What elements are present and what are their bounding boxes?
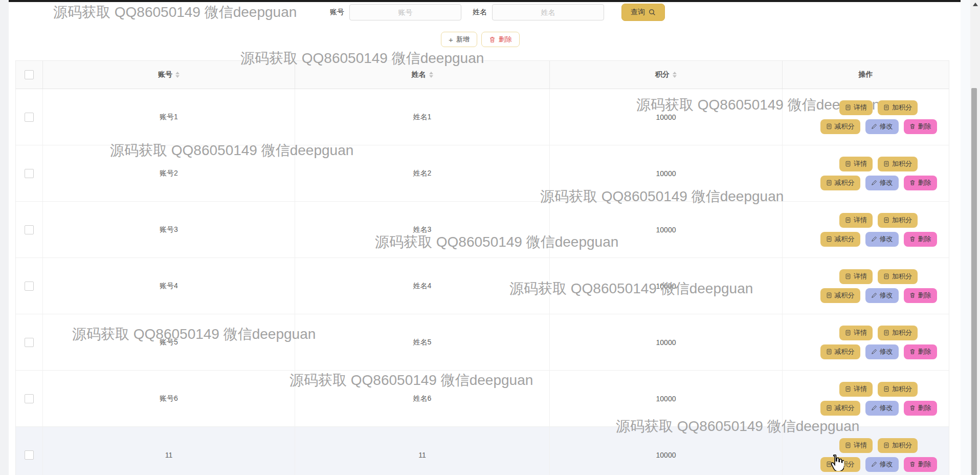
column-header-account[interactable]: 账号: [43, 61, 295, 89]
query-button[interactable]: 查询: [621, 4, 665, 21]
file-icon: [845, 330, 851, 336]
delete-button[interactable]: 删除: [904, 344, 937, 359]
row-checkbox[interactable]: [25, 394, 34, 403]
row-select-cell[interactable]: [16, 145, 43, 201]
select-all-cell[interactable]: [16, 61, 43, 89]
edit-pen-icon: [871, 236, 877, 242]
cell-points: 10000: [550, 202, 783, 257]
cell-points: 10000: [550, 314, 783, 370]
trash-icon: [909, 236, 916, 242]
row-checkbox[interactable]: [25, 282, 34, 291]
trash-icon: [909, 461, 916, 467]
row-select-cell[interactable]: [16, 314, 43, 370]
batch-delete-label: 删除: [499, 35, 512, 44]
edit-pen-icon: [871, 349, 877, 355]
window-top-edge: [9, 0, 970, 2]
reduce-points-button[interactable]: 减积分: [820, 288, 860, 303]
file-icon: [883, 330, 889, 336]
delete-button[interactable]: 删除: [904, 176, 937, 190]
select-all-checkbox[interactable]: [25, 70, 34, 79]
cell-name: 姓名1: [295, 89, 550, 145]
reduce-points-button[interactable]: 减积分: [820, 119, 860, 134]
row-select-cell[interactable]: [16, 427, 43, 475]
cell-points: 10000: [550, 371, 783, 426]
cell-name: 姓名2: [295, 145, 550, 201]
detail-button[interactable]: 详情: [839, 382, 873, 397]
sort-icon[interactable]: [429, 72, 433, 78]
sort-icon[interactable]: [673, 72, 677, 78]
add-points-button[interactable]: 加积分: [878, 269, 918, 284]
edit-button[interactable]: 修改: [865, 457, 899, 472]
cell-account: 账号6: [43, 371, 295, 426]
name-input[interactable]: [492, 4, 604, 20]
batch-delete-button[interactable]: 删除: [481, 32, 520, 47]
detail-button[interactable]: 详情: [839, 100, 873, 115]
row-select-cell[interactable]: [16, 371, 43, 426]
trash-icon: [909, 180, 916, 186]
row-checkbox[interactable]: [25, 225, 34, 234]
delete-button[interactable]: 删除: [904, 119, 937, 134]
file-icon: [826, 405, 832, 411]
delete-button[interactable]: 删除: [904, 457, 937, 472]
reduce-points-button[interactable]: 减积分: [820, 344, 860, 359]
trash-icon: [909, 292, 916, 298]
row-select-cell[interactable]: [16, 258, 43, 314]
scrollbar-up-arrow[interactable]: [973, 3, 978, 6]
file-icon: [845, 442, 851, 448]
cell-points: 10000: [550, 145, 783, 201]
trash-icon: [909, 123, 916, 129]
reduce-points-button[interactable]: 减积分: [820, 232, 860, 247]
edit-pen-icon: [871, 180, 877, 186]
sort-icon[interactable]: [175, 72, 180, 78]
add-points-button[interactable]: 加积分: [878, 382, 918, 397]
cell-name: 姓名3: [295, 202, 550, 257]
plus-icon: +: [449, 36, 453, 44]
edit-pen-icon: [871, 292, 877, 298]
cell-actions: 详情 加积分: [783, 89, 949, 145]
edit-button[interactable]: 修改: [865, 288, 899, 303]
edit-button[interactable]: 修改: [865, 232, 899, 247]
detail-button[interactable]: 详情: [839, 326, 873, 340]
edit-button[interactable]: 修改: [865, 176, 899, 190]
add-points-button[interactable]: 加积分: [878, 157, 918, 171]
row-select-cell[interactable]: [16, 89, 43, 145]
file-icon: [826, 180, 832, 186]
reduce-points-button[interactable]: 减积分: [820, 401, 860, 416]
add-points-button[interactable]: 加积分: [878, 100, 918, 115]
edit-button[interactable]: 修改: [865, 119, 899, 134]
column-header-points[interactable]: 积分: [550, 61, 783, 89]
row-select-cell[interactable]: [16, 202, 43, 257]
cell-actions: 详情 加积分: [783, 145, 949, 201]
file-icon: [826, 461, 832, 467]
table-row: 11 11 10000 详情: [16, 427, 949, 475]
reduce-points-button[interactable]: 减积分: [820, 457, 860, 472]
cell-points: 10000: [550, 89, 783, 145]
row-checkbox[interactable]: [25, 113, 34, 122]
row-checkbox[interactable]: [25, 450, 34, 460]
column-header-name[interactable]: 姓名: [295, 61, 550, 89]
add-button[interactable]: + 新增: [441, 32, 477, 47]
detail-button[interactable]: 详情: [839, 269, 873, 284]
reduce-points-button[interactable]: 减积分: [820, 176, 860, 190]
add-points-button[interactable]: 加积分: [878, 213, 918, 228]
delete-button[interactable]: 删除: [904, 288, 937, 303]
edit-button[interactable]: 修改: [865, 401, 899, 416]
detail-button[interactable]: 详情: [839, 438, 873, 453]
detail-button[interactable]: 详情: [839, 213, 873, 228]
delete-button[interactable]: 删除: [904, 401, 937, 416]
file-icon: [845, 386, 851, 392]
add-points-button[interactable]: 加积分: [878, 326, 918, 340]
file-icon: [826, 349, 832, 355]
row-checkbox[interactable]: [25, 338, 34, 347]
account-input[interactable]: [349, 4, 461, 20]
delete-button[interactable]: 删除: [904, 232, 937, 247]
scrollbar-thumb[interactable]: [971, 88, 977, 475]
edit-button[interactable]: 修改: [865, 344, 899, 359]
cell-points: 10000: [550, 258, 783, 314]
cell-account: 账号1: [43, 89, 295, 145]
add-points-button[interactable]: 加积分: [878, 438, 918, 453]
cell-actions: 详情 加积分: [783, 258, 949, 314]
edit-pen-icon: [871, 461, 877, 467]
row-checkbox[interactable]: [25, 169, 34, 178]
detail-button[interactable]: 详情: [839, 157, 873, 171]
